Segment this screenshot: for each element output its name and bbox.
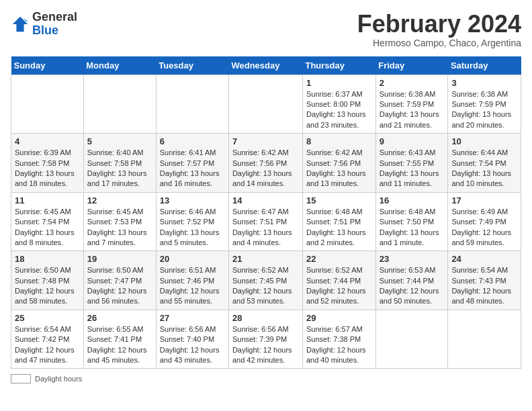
calendar-cell: 20Sunrise: 6:51 AMSunset: 7:46 PMDayligh… [156,251,228,310]
footer: Daylight hours [11,374,521,383]
day-number: 21 [232,254,299,264]
day-info: Sunrise: 6:53 AMSunset: 7:44 PMDaylight:… [380,265,445,307]
location: Hermoso Campo, Chaco, Argentina [357,38,521,48]
day-number: 16 [380,195,445,205]
daylight-label: Daylight hours [35,375,82,383]
calendar-cell: 15Sunrise: 6:48 AMSunset: 7:51 PMDayligh… [302,192,375,251]
calendar-cell: 21Sunrise: 6:52 AMSunset: 7:45 PMDayligh… [228,251,302,310]
calendar-cell: 18Sunrise: 6:50 AMSunset: 7:48 PMDayligh… [11,251,84,310]
day-number: 24 [451,254,517,264]
weekday-header-tuesday: Tuesday [156,56,228,75]
day-info: Sunrise: 6:44 AMSunset: 7:54 PMDaylight:… [451,148,517,189]
day-number: 17 [451,195,517,205]
day-info: Sunrise: 6:52 AMSunset: 7:45 PMDaylight:… [232,265,299,307]
day-info: Sunrise: 6:48 AMSunset: 7:50 PMDaylight:… [380,207,445,248]
day-number: 1 [306,78,372,88]
day-info: Sunrise: 6:43 AMSunset: 7:55 PMDaylight:… [380,148,445,189]
day-number: 22 [306,254,372,264]
svg-marker-0 [13,17,28,32]
day-info: Sunrise: 6:38 AMSunset: 7:59 PMDaylight:… [451,89,517,131]
calendar-cell: 4Sunrise: 6:39 AMSunset: 7:58 PMDaylight… [11,134,84,193]
day-info: Sunrise: 6:54 AMSunset: 7:43 PMDaylight:… [451,265,517,307]
weekday-header-row: SundayMondayTuesdayWednesdayThursdayFrid… [11,56,521,75]
week-row-5: 25Sunrise: 6:54 AMSunset: 7:42 PMDayligh… [11,310,521,369]
day-number: 12 [87,195,152,205]
week-row-2: 4Sunrise: 6:39 AMSunset: 7:58 PMDaylight… [11,134,521,193]
day-info: Sunrise: 6:50 AMSunset: 7:47 PMDaylight:… [87,265,152,307]
logo: General Blue [11,11,77,38]
day-number: 10 [451,136,517,146]
day-number: 19 [87,254,152,264]
day-info: Sunrise: 6:39 AMSunset: 7:58 PMDaylight:… [15,148,80,189]
day-info: Sunrise: 6:42 AMSunset: 7:56 PMDaylight:… [306,148,372,189]
day-info: Sunrise: 6:40 AMSunset: 7:58 PMDaylight:… [87,148,152,189]
calendar-cell [375,310,448,369]
weekday-header-sunday: Sunday [11,56,84,75]
day-number: 28 [232,313,299,323]
calendar-cell: 7Sunrise: 6:42 AMSunset: 7:56 PMDaylight… [228,134,302,193]
calendar-cell: 1Sunrise: 6:37 AMSunset: 8:00 PMDaylight… [302,75,375,134]
day-number: 9 [380,136,445,146]
day-info: Sunrise: 6:42 AMSunset: 7:56 PMDaylight:… [232,148,299,189]
day-info: Sunrise: 6:41 AMSunset: 7:57 PMDaylight:… [160,148,225,189]
day-number: 13 [160,195,225,205]
day-info: Sunrise: 6:48 AMSunset: 7:51 PMDaylight:… [306,207,372,248]
day-number: 3 [451,78,517,88]
calendar-table: SundayMondayTuesdayWednesdayThursdayFrid… [11,56,521,369]
calendar-cell: 6Sunrise: 6:41 AMSunset: 7:57 PMDaylight… [156,134,228,193]
calendar-cell [156,75,228,134]
daylight-box [11,374,31,383]
calendar-cell: 9Sunrise: 6:43 AMSunset: 7:55 PMDaylight… [375,134,448,193]
week-row-3: 11Sunrise: 6:45 AMSunset: 7:54 PMDayligh… [11,192,521,251]
day-number: 20 [160,254,225,264]
day-number: 18 [15,254,80,264]
logo-icon [11,15,30,34]
calendar-cell: 22Sunrise: 6:52 AMSunset: 7:44 PMDayligh… [302,251,375,310]
calendar-cell: 28Sunrise: 6:56 AMSunset: 7:39 PMDayligh… [228,310,302,369]
calendar-cell: 29Sunrise: 6:57 AMSunset: 7:38 PMDayligh… [302,310,375,369]
day-info: Sunrise: 6:50 AMSunset: 7:48 PMDaylight:… [15,265,80,307]
day-info: Sunrise: 6:46 AMSunset: 7:52 PMDaylight:… [160,207,225,248]
calendar-cell: 14Sunrise: 6:47 AMSunset: 7:51 PMDayligh… [228,192,302,251]
calendar-cell: 25Sunrise: 6:54 AMSunset: 7:42 PMDayligh… [11,310,84,369]
calendar-cell: 3Sunrise: 6:38 AMSunset: 7:59 PMDaylight… [448,75,521,134]
day-number: 29 [306,313,372,323]
logo-general: General [32,10,77,24]
day-number: 14 [232,195,299,205]
calendar-cell [83,75,156,134]
day-number: 6 [160,136,225,146]
day-info: Sunrise: 6:49 AMSunset: 7:49 PMDaylight:… [451,207,517,248]
weekday-header-thursday: Thursday [302,56,375,75]
calendar-cell: 2Sunrise: 6:38 AMSunset: 7:59 PMDaylight… [375,75,448,134]
calendar-cell: 12Sunrise: 6:45 AMSunset: 7:53 PMDayligh… [83,192,156,251]
week-row-1: 1Sunrise: 6:37 AMSunset: 8:00 PMDaylight… [11,75,521,134]
logo-blue: Blue [32,24,58,37]
day-info: Sunrise: 6:38 AMSunset: 7:59 PMDaylight:… [380,89,445,131]
calendar-cell: 19Sunrise: 6:50 AMSunset: 7:47 PMDayligh… [83,251,156,310]
day-number: 4 [15,136,80,146]
day-number: 15 [306,195,372,205]
calendar-cell: 13Sunrise: 6:46 AMSunset: 7:52 PMDayligh… [156,192,228,251]
calendar-cell: 17Sunrise: 6:49 AMSunset: 7:49 PMDayligh… [448,192,521,251]
weekday-header-friday: Friday [375,56,448,75]
day-info: Sunrise: 6:55 AMSunset: 7:41 PMDaylight:… [87,324,152,366]
month-year: February 2024 [357,11,521,38]
day-info: Sunrise: 6:54 AMSunset: 7:42 PMDaylight:… [15,324,80,366]
calendar-cell [228,75,302,134]
weekday-header-saturday: Saturday [448,56,521,75]
day-number: 8 [306,136,372,146]
calendar-cell: 27Sunrise: 6:56 AMSunset: 7:40 PMDayligh… [156,310,228,369]
weekday-header-wednesday: Wednesday [228,56,302,75]
calendar-cell: 11Sunrise: 6:45 AMSunset: 7:54 PMDayligh… [11,192,84,251]
calendar-cell: 16Sunrise: 6:48 AMSunset: 7:50 PMDayligh… [375,192,448,251]
calendar-cell: 24Sunrise: 6:54 AMSunset: 7:43 PMDayligh… [448,251,521,310]
day-number: 11 [15,195,80,205]
calendar-cell: 8Sunrise: 6:42 AMSunset: 7:56 PMDaylight… [302,134,375,193]
day-info: Sunrise: 6:47 AMSunset: 7:51 PMDaylight:… [232,207,299,248]
day-info: Sunrise: 6:57 AMSunset: 7:38 PMDaylight:… [306,324,372,366]
week-row-4: 18Sunrise: 6:50 AMSunset: 7:48 PMDayligh… [11,251,521,310]
title-area: February 2024 Hermoso Campo, Chaco, Arge… [357,11,521,48]
calendar-cell [448,310,521,369]
calendar-cell [11,75,84,134]
day-info: Sunrise: 6:45 AMSunset: 7:53 PMDaylight:… [87,207,152,248]
